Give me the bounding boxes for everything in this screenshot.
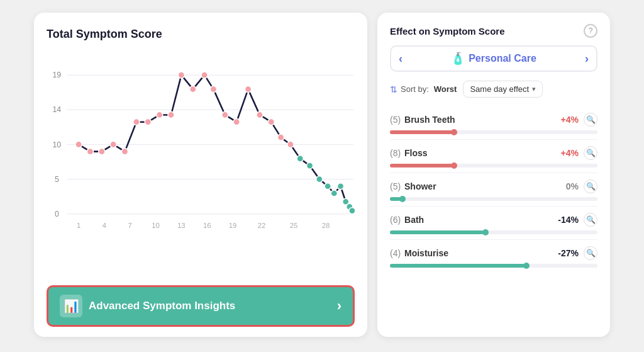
svg-text:5: 5: [55, 175, 59, 184]
svg-text:28: 28: [322, 222, 330, 229]
item-bar-dot: [399, 196, 406, 202]
right-panel: Effect on Symptom Score ? ‹ 🧴 Personal C…: [377, 13, 610, 337]
dropdown-arrow-icon: ▾: [532, 85, 536, 93]
svg-point-42: [316, 176, 323, 182]
svg-point-25: [133, 119, 140, 125]
item-pct: 0%: [566, 181, 579, 191]
magnify-icon[interactable]: 🔍: [584, 246, 597, 260]
sort-icon: ⇅: [390, 84, 397, 94]
symptom-chart: 19 14 10 5 0 1 4 7 10 13 16 19 22: [47, 47, 355, 278]
left-panel: Total Symptom Score 19 14 10 5 0 1 4 7 1…: [34, 13, 367, 337]
chart-area: 19 14 10 5 0 1 4 7 10 13 16 19 22: [47, 47, 355, 278]
svg-point-26: [145, 119, 151, 125]
magnify-icon[interactable]: 🔍: [584, 179, 597, 193]
item-bar-track: [390, 130, 597, 134]
sort-prefix: Sort by:: [401, 84, 429, 94]
category-nav: ‹ 🧴 Personal Care ›: [390, 45, 597, 72]
svg-point-21: [87, 149, 93, 155]
dropdown-label: Same day effect: [470, 84, 529, 94]
svg-point-22: [99, 149, 105, 155]
sort-value: Worst: [434, 84, 457, 94]
item-name: (8) Floss: [390, 148, 428, 158]
sort-control[interactable]: ⇅ Sort by: Worst: [390, 84, 457, 94]
svg-point-41: [306, 162, 313, 169]
svg-point-36: [257, 111, 263, 118]
category-next-button[interactable]: ›: [585, 52, 589, 65]
item-bar-track: [390, 164, 597, 167]
list-item: (8) Floss +4% 🔍: [390, 140, 597, 173]
svg-text:10: 10: [152, 222, 159, 229]
app-container: Total Symptom Score 19 14 10 5 0 1 4 7 1…: [0, 0, 644, 352]
category-icon: 🧴: [451, 52, 465, 65]
item-bar-dot: [451, 129, 457, 135]
item-bar-fill: [390, 164, 452, 167]
item-list: (5) Brush Teeth +4% 🔍 (8) Floss +4% 🔍: [390, 106, 597, 326]
svg-point-48: [349, 207, 355, 213]
magnify-icon[interactable]: 🔍: [584, 213, 597, 227]
right-panel-title: Effect on Symptom Score: [390, 26, 505, 37]
list-item: (6) Bath -14% 🔍: [390, 207, 597, 240]
insights-button[interactable]: 📊 Advanced Symptom Insights ›: [47, 285, 355, 327]
svg-text:22: 22: [258, 222, 265, 229]
svg-point-45: [337, 183, 343, 190]
category-label: 🧴 Personal Care: [451, 52, 536, 65]
svg-text:16: 16: [203, 222, 211, 229]
svg-point-37: [268, 119, 274, 125]
item-bar-dot: [482, 229, 489, 236]
svg-point-35: [245, 86, 251, 93]
item-name: (4) Moisturise: [390, 248, 448, 258]
svg-point-29: [178, 72, 184, 78]
svg-text:0: 0: [55, 210, 59, 219]
svg-point-34: [233, 119, 240, 125]
item-bar-fill: [390, 230, 484, 234]
insights-button-label: Advanced Symptom Insights: [89, 300, 235, 312]
svg-text:1: 1: [77, 222, 80, 229]
item-pct: +4%: [561, 148, 579, 158]
right-header: Effect on Symptom Score ?: [390, 24, 597, 38]
svg-point-33: [222, 111, 228, 118]
item-bar-fill: [390, 130, 452, 134]
svg-point-43: [325, 183, 331, 190]
item-name: (5) Shower: [390, 181, 436, 191]
svg-point-44: [331, 190, 337, 196]
svg-text:14: 14: [53, 105, 62, 114]
svg-point-28: [168, 111, 174, 118]
item-pct: -27%: [558, 248, 579, 258]
item-pct: -14%: [558, 215, 579, 225]
item-pct: +4%: [561, 115, 579, 125]
magnify-icon[interactable]: 🔍: [584, 113, 597, 127]
magnify-icon[interactable]: 🔍: [584, 146, 597, 160]
item-bar-track: [390, 264, 597, 268]
svg-point-31: [201, 72, 208, 78]
item-bar-track: [390, 197, 597, 201]
svg-point-38: [278, 134, 284, 140]
svg-point-32: [210, 86, 216, 93]
svg-point-40: [297, 156, 303, 162]
list-item: (5) Shower 0% 🔍: [390, 173, 597, 207]
insights-arrow-icon: ›: [337, 298, 341, 314]
svg-text:7: 7: [128, 222, 132, 229]
list-item: (4) Moisturise -27% 🔍: [390, 240, 597, 273]
svg-point-39: [287, 141, 294, 147]
filter-row: ⇅ Sort by: Worst Same day effect ▾: [390, 81, 597, 98]
category-name: Personal Care: [469, 53, 536, 64]
svg-text:25: 25: [290, 222, 297, 229]
svg-point-23: [110, 141, 116, 147]
insights-icon: 📊: [60, 295, 82, 317]
item-name: (5) Brush Teeth: [390, 115, 455, 125]
help-icon[interactable]: ?: [584, 24, 597, 38]
svg-text:13: 13: [177, 222, 185, 229]
svg-point-30: [190, 86, 196, 93]
chart-title: Total Symptom Score: [47, 28, 355, 41]
svg-text:19: 19: [229, 222, 236, 229]
item-bar-dot: [451, 162, 457, 169]
svg-point-27: [157, 111, 163, 118]
svg-text:4: 4: [103, 222, 106, 229]
item-name: (6) Bath: [390, 215, 424, 225]
svg-point-24: [121, 149, 128, 155]
category-prev-button[interactable]: ‹: [399, 52, 402, 65]
list-item: (5) Brush Teeth +4% 🔍: [390, 106, 597, 140]
svg-point-20: [75, 141, 82, 147]
effect-dropdown[interactable]: Same day effect ▾: [463, 81, 543, 98]
svg-text:10: 10: [53, 140, 62, 149]
